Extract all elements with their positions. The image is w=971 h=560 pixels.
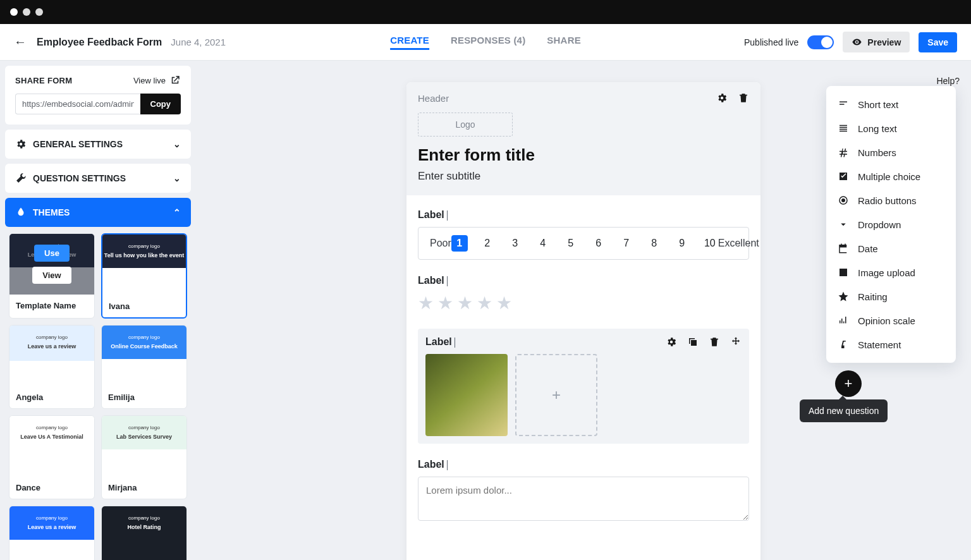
thumb-company: company logo [9,425,94,430]
scale-option[interactable]: 9 [674,235,690,252]
qt-item-label: Opinion scale [858,315,915,326]
external-link-icon [169,75,181,86]
view-live-label: View live [133,76,166,85]
traffic-light-dot[interactable] [35,8,43,16]
opinion-scale: Poor 12345678910 Excellent [418,227,749,260]
chevron-down-icon: ⌄ [173,173,181,183]
preview-label: Preview [867,37,901,47]
gear-icon[interactable] [716,92,728,104]
scale-option[interactable]: 4 [535,235,551,252]
theme-template[interactable]: company logoTell us how you like the eve… [101,233,187,319]
share-url-input[interactable] [15,94,140,114]
copy-url-button[interactable]: Copy [140,94,181,114]
qt-item-radio-buttons[interactable]: Radio buttons [826,188,956,212]
question-label[interactable]: Label [418,459,444,470]
scale-option[interactable]: 6 [590,235,607,252]
image-upload-icon [838,267,849,278]
question-image-upload-selected[interactable]: Label + [418,329,749,444]
form-title-input[interactable]: Enter form title [418,145,749,165]
qt-item-multiple-choice[interactable]: Multiple choice [826,164,956,188]
qt-item-label: Date [858,243,878,254]
traffic-light-dot[interactable] [23,8,30,16]
star-icon[interactable]: ★ [437,293,453,313]
move-icon[interactable] [730,336,742,348]
tab-responses[interactable]: RESPONSES (4) [451,35,525,50]
template-thumb: company logoHotel Rating [102,506,186,560]
qt-item-label: Raiting [858,291,888,302]
template-view-button[interactable]: View [32,267,71,284]
qt-item-raiting[interactable]: Raiting [826,284,956,308]
question-label[interactable]: Label [425,336,452,347]
themes-accordion[interactable]: THEMES ⌃ [5,198,191,227]
qt-item-date[interactable]: Date [826,236,956,260]
opinion-scale-icon [838,315,849,326]
text-cursor [447,210,448,221]
duplicate-icon[interactable] [687,336,699,348]
question-label[interactable]: Label [418,209,444,220]
back-arrow-icon[interactable]: ← [14,35,27,49]
thumb-company: company logo [9,334,94,340]
scale-option[interactable]: 7 [618,235,635,252]
scale-option[interactable]: 3 [507,235,523,252]
preview-button[interactable]: Preview [843,32,910,52]
theme-template[interactable]: company logoLeave us a reviewAngela [9,325,95,409]
form-subtitle-input[interactable]: Enter subtitle [418,170,749,183]
thumb-headline: Leave us a review [9,343,94,350]
page-title: Employee Feedback Form [37,37,162,48]
trash-icon[interactable] [738,92,749,104]
theme-template[interactable]: company logoLeave Us A TestimonialDance [9,415,95,499]
question-label[interactable]: Label [418,275,444,286]
qt-item-label: Numbers [858,147,896,158]
qt-item-label: Short text [858,99,898,110]
star-icon[interactable]: ★ [457,293,473,313]
qt-item-opinion-scale[interactable]: Opinion scale [826,308,956,332]
theme-template[interactable]: company logoLeave us a review [9,506,95,560]
question-settings-accordion[interactable]: QUESTION SETTINGS ⌄ [5,164,191,193]
help-link[interactable]: Help? [936,76,960,86]
question-opinion-scale: Label Poor 12345678910 Excellent [418,209,749,260]
view-live-link[interactable]: View live [133,75,181,86]
qt-item-label: Long text [858,123,897,134]
raiting-icon [838,291,849,302]
tab-share[interactable]: SHARE [547,35,581,50]
thumb-headline: Hotel Rating [102,524,186,530]
theme-template[interactable]: company logoOnline Course FeedbackEmilij… [101,325,187,409]
add-image-slot[interactable]: + [515,354,597,436]
qt-item-statement[interactable]: Statement [826,332,956,356]
scale-option[interactable]: 2 [479,235,496,252]
star-icon[interactable]: ★ [418,293,434,313]
qt-item-image-upload[interactable]: Image upload [826,260,956,284]
logo-placeholder[interactable]: Logo [418,113,513,137]
general-settings-accordion[interactable]: GENERAL SETTINGS ⌄ [5,130,191,159]
theme-template[interactable]: company logoLab Services SurveyMirjana [101,415,187,499]
window-titlebar [0,0,971,24]
star-icon[interactable]: ★ [496,293,512,313]
qt-item-short-text[interactable]: Short text [826,92,956,116]
qt-item-numbers[interactable]: Numbers [826,140,956,164]
uploaded-image[interactable] [425,354,508,436]
template-overlay: UseView [9,234,94,295]
gear-icon[interactable] [666,336,677,348]
add-question-button[interactable]: + [835,370,862,397]
drop-icon [15,207,27,218]
save-button[interactable]: Save [919,32,957,52]
thumb-headline: Tell us how you like the event [102,252,186,259]
scale-option[interactable]: 8 [646,235,663,252]
published-toggle[interactable] [807,35,834,49]
tab-create[interactable]: CREATE [390,35,429,50]
scale-option[interactable]: 1 [451,235,468,252]
traffic-light-dot[interactable] [10,8,18,16]
qt-item-long-text[interactable]: Long text [826,116,956,140]
star-icon[interactable]: ★ [477,293,492,313]
qt-item-dropdown[interactable]: Dropdown [826,212,956,236]
scale-option[interactable]: 10 [702,235,718,252]
theme-template[interactable]: company logoLeave us a reviewUseViewTemp… [9,233,95,319]
text-answer-input[interactable] [418,477,749,521]
thumb-company: company logo [102,334,186,340]
published-live-label: Published live [744,37,798,47]
template-use-button[interactable]: Use [34,245,70,262]
scale-option[interactable]: 5 [563,235,579,252]
form-card: Header Logo Enter form title Enter subti… [406,82,760,560]
trash-icon[interactable] [709,336,720,348]
theme-template[interactable]: company logoHotel Rating [101,506,187,560]
